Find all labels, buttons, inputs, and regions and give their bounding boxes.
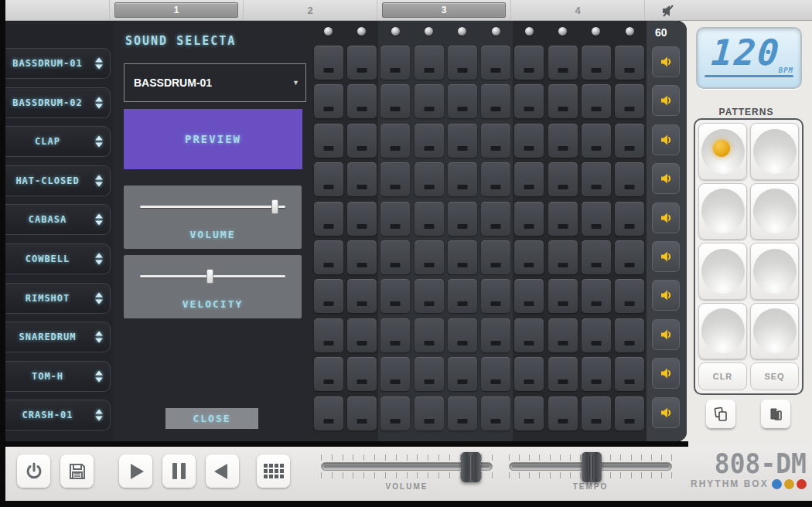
step-pad[interactable] <box>548 396 578 430</box>
pattern-button-3[interactable] <box>698 183 747 240</box>
step-pad[interactable] <box>448 240 477 274</box>
step-pad[interactable] <box>415 396 444 430</box>
step-pad[interactable] <box>448 279 477 313</box>
step-pad[interactable] <box>380 240 410 274</box>
sound-velocity-slider[interactable] <box>140 275 285 277</box>
instrument-stepper[interactable] <box>95 175 103 186</box>
mute-button[interactable] <box>659 2 677 19</box>
instrument-item-crash-01[interactable]: CRASH-01 <box>5 400 111 430</box>
step-pad[interactable] <box>347 396 377 430</box>
step-pad[interactable] <box>380 162 410 196</box>
step-pad[interactable] <box>548 240 578 274</box>
sound-volume-slider[interactable] <box>140 206 285 208</box>
instrument-stepper[interactable] <box>95 410 103 421</box>
step-pad[interactable] <box>548 202 578 236</box>
sound-volume-thumb[interactable] <box>271 199 278 214</box>
step-pad[interactable] <box>514 357 544 391</box>
instrument-item-tom-h[interactable]: TOM-H <box>5 361 111 392</box>
step-pad[interactable] <box>380 396 410 430</box>
step-pad[interactable] <box>415 124 444 158</box>
step-pad[interactable] <box>582 46 611 80</box>
step-pad[interactable] <box>448 162 477 196</box>
step-pad[interactable] <box>415 84 444 118</box>
pattern-button-2[interactable] <box>750 123 799 180</box>
step-pad[interactable] <box>415 279 444 313</box>
instrument-item-cowbell[interactable]: COWBELL <box>5 243 111 274</box>
step-pad[interactable] <box>314 124 343 158</box>
step-pad[interactable] <box>481 84 510 118</box>
row-volume-button[interactable] <box>652 46 680 77</box>
clr-button[interactable]: CLR <box>698 362 747 390</box>
step-pad[interactable] <box>448 202 477 236</box>
play-button[interactable] <box>119 454 152 488</box>
pause-button[interactable] <box>162 454 196 488</box>
step-pad[interactable] <box>448 124 477 158</box>
step-pad[interactable] <box>582 396 611 430</box>
instrument-stepper[interactable] <box>95 136 103 148</box>
step-pad[interactable] <box>314 318 343 352</box>
instrument-stepper[interactable] <box>95 97 103 108</box>
pattern-tab-3[interactable]: 3 <box>377 0 510 20</box>
row-volume-button[interactable] <box>652 124 680 155</box>
step-pad[interactable] <box>448 46 477 80</box>
step-pad[interactable] <box>380 318 410 352</box>
step-pad[interactable] <box>380 202 410 236</box>
step-pad[interactable] <box>347 357 377 391</box>
step-pad[interactable] <box>314 357 343 391</box>
step-pad[interactable] <box>314 396 343 430</box>
instrument-stepper[interactable] <box>95 332 103 343</box>
step-pad[interactable] <box>514 124 544 158</box>
sound-velocity-thumb[interactable] <box>206 269 213 284</box>
step-pad[interactable] <box>415 318 444 352</box>
step-pad[interactable] <box>514 202 544 236</box>
step-pad[interactable] <box>514 162 544 196</box>
step-pad[interactable] <box>548 162 578 196</box>
step-pad[interactable] <box>615 318 644 352</box>
step-pad[interactable] <box>514 279 544 313</box>
instrument-item-bassdrum-01[interactable]: BASSDRUM-01 <box>5 48 111 79</box>
step-pad[interactable] <box>347 279 377 313</box>
pattern-tab-2[interactable]: 2 <box>243 0 377 20</box>
back-button[interactable] <box>206 454 239 488</box>
pattern-tab-1[interactable]: 1 <box>109 0 243 20</box>
step-pad[interactable] <box>481 162 510 196</box>
instrument-stepper[interactable] <box>95 370 103 382</box>
step-pad[interactable] <box>347 46 377 80</box>
step-pad[interactable] <box>314 240 343 274</box>
instrument-stepper[interactable] <box>95 292 103 304</box>
row-volume-button[interactable] <box>652 163 680 194</box>
preview-button[interactable]: PREVIEW <box>124 109 302 169</box>
step-pad[interactable] <box>615 240 644 274</box>
step-pad[interactable] <box>380 84 410 118</box>
step-pad[interactable] <box>314 279 343 313</box>
step-pad[interactable] <box>380 279 410 313</box>
sound-select-dropdown[interactable]: BASSDRUM-01 ▼ <box>124 63 306 102</box>
step-pad[interactable] <box>314 202 343 236</box>
step-pad[interactable] <box>481 46 510 80</box>
instrument-item-cabasa[interactable]: CABASA <box>5 204 111 235</box>
step-pad[interactable] <box>615 46 644 80</box>
step-pad[interactable] <box>481 202 510 236</box>
step-pad[interactable] <box>347 162 377 196</box>
step-pad[interactable] <box>448 318 477 352</box>
step-pad[interactable] <box>514 240 544 274</box>
step-pad[interactable] <box>347 124 377 158</box>
step-pad[interactable] <box>380 46 410 80</box>
step-pad[interactable] <box>615 84 644 118</box>
step-pad[interactable] <box>582 279 611 313</box>
instrument-item-rimshot[interactable]: RIMSHOT <box>5 283 111 314</box>
step-pad[interactable] <box>415 357 444 391</box>
step-pad[interactable] <box>548 124 578 158</box>
pattern-tab-4[interactable]: 4 <box>510 0 645 20</box>
step-pad[interactable] <box>448 84 477 118</box>
step-pad[interactable] <box>548 357 578 391</box>
copy-pattern-button[interactable] <box>706 400 735 428</box>
master-volume-fader[interactable] <box>461 452 481 482</box>
power-button[interactable] <box>17 454 50 488</box>
step-pad[interactable] <box>314 84 343 118</box>
step-pad[interactable] <box>615 124 644 158</box>
step-pad[interactable] <box>481 396 510 430</box>
step-pad[interactable] <box>582 84 611 118</box>
step-pad[interactable] <box>548 318 578 352</box>
row-volume-button[interactable] <box>652 85 680 116</box>
